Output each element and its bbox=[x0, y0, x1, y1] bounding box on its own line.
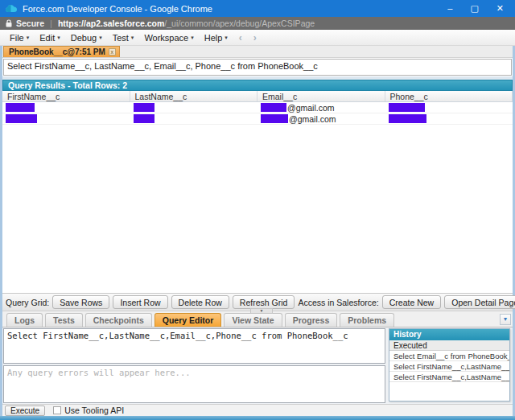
tab-problems[interactable]: Problems bbox=[340, 313, 394, 327]
panel-tabstrip: ▼ Logs Tests Checkpoints Query Editor Vi… bbox=[2, 311, 513, 327]
email-suffix: @gmail.com bbox=[289, 114, 336, 124]
save-rows-button[interactable]: Save Rows bbox=[52, 295, 109, 309]
results-column-headers: FirstName__c LastName__c Email__c Phone_… bbox=[2, 91, 513, 102]
menu-workspace-label: Workspace bbox=[144, 33, 188, 43]
query-editor-input[interactable]: Select FirstName__c,LastName__c,Email__c… bbox=[3, 328, 385, 364]
nav-back-icon[interactable]: ‹ bbox=[233, 32, 248, 43]
use-tooling-api-checkbox[interactable] bbox=[53, 406, 61, 414]
column-header-email[interactable]: Email__c bbox=[258, 91, 385, 101]
cell-lastname bbox=[130, 103, 258, 112]
window-title: Force.com Developer Console - Google Chr… bbox=[23, 4, 212, 14]
cell-phone bbox=[385, 103, 513, 112]
delete-row-button[interactable]: Delete Row bbox=[171, 295, 229, 309]
history-status: Executed bbox=[389, 340, 509, 351]
history-item[interactable]: Select Email__c from PhoneBook__c bbox=[389, 351, 509, 361]
maximize-button[interactable]: ▢ bbox=[470, 4, 478, 13]
url-path: /_ui/common/apex/debug/ApexCSIPage bbox=[164, 19, 315, 28]
query-editor-pane: Select FirstName__c,LastName__c,Email__c… bbox=[2, 327, 387, 404]
use-tooling-api-label: Use Tooling API bbox=[64, 406, 124, 415]
cell-lastname bbox=[130, 114, 258, 123]
open-detail-page-button[interactable]: Open Detail Page bbox=[444, 295, 515, 309]
history-pane: History Executed Select Email__c from Ph… bbox=[387, 327, 513, 404]
execute-footer: Execute Use Tooling API bbox=[2, 404, 513, 416]
redacted-value bbox=[134, 114, 154, 123]
workspace-tabstrip: PhoneBook__c@7:51 PM x bbox=[2, 46, 513, 58]
chevron-down-icon: ▾ bbox=[27, 35, 30, 41]
table-row[interactable]: @gmail.com bbox=[2, 113, 513, 125]
menu-help[interactable]: Help▾ bbox=[200, 31, 233, 44]
history-title: History bbox=[389, 329, 509, 340]
chevron-down-icon: ▾ bbox=[191, 35, 194, 41]
tab-logs[interactable]: Logs bbox=[6, 313, 43, 327]
access-in-salesforce-group: Access in Salesforce: Create New Open De… bbox=[298, 295, 515, 309]
redacted-value bbox=[389, 114, 426, 123]
tab-phonebook-label: PhoneBook__c@7:51 PM bbox=[9, 47, 105, 56]
console-body: PhoneBook__c@7:51 PM x Select FirstName_… bbox=[0, 46, 515, 416]
executed-query-text: Select FirstName__c, LastName__c, Email_… bbox=[3, 59, 512, 76]
close-button[interactable]: ✕ bbox=[496, 4, 504, 13]
menu-debug-label: Debug bbox=[71, 33, 97, 43]
create-new-button[interactable]: Create New bbox=[382, 295, 441, 309]
column-header-phone[interactable]: Phone__c bbox=[385, 91, 513, 101]
chevron-down-icon: ▾ bbox=[225, 35, 228, 41]
redacted-value bbox=[261, 103, 286, 112]
query-grid-label: Query Grid: bbox=[6, 298, 49, 307]
lock-icon bbox=[6, 19, 12, 27]
menu-workspace[interactable]: Workspace▾ bbox=[139, 31, 199, 44]
query-editor-panel: Select FirstName__c,LastName__c,Email__c… bbox=[2, 327, 513, 404]
window-controls: – ▢ ✕ bbox=[447, 4, 510, 13]
cell-phone bbox=[385, 114, 513, 123]
history-item[interactable]: Select FirstName__c,LastName__c,Email__c… bbox=[389, 372, 509, 382]
menu-debug[interactable]: Debug▾ bbox=[66, 31, 108, 44]
menu-file[interactable]: File▾ bbox=[5, 31, 35, 44]
menu-edit[interactable]: Edit▾ bbox=[35, 31, 65, 44]
title-bar: Force.com Developer Console - Google Chr… bbox=[0, 0, 515, 17]
access-in-salesforce-label: Access in Salesforce: bbox=[298, 298, 378, 307]
cell-firstname bbox=[2, 103, 130, 112]
chevron-down-icon: ▾ bbox=[99, 35, 102, 41]
chevron-down-icon: ▾ bbox=[131, 35, 134, 41]
refresh-grid-button[interactable]: Refresh Grid bbox=[233, 295, 295, 309]
results-empty-area bbox=[2, 125, 513, 293]
browser-window: Force.com Developer Console - Google Chr… bbox=[0, 0, 515, 420]
query-errors-area: Any query errors will appear here... bbox=[3, 365, 385, 403]
window-bottom-border bbox=[0, 416, 515, 420]
tab-close-icon[interactable]: x bbox=[109, 48, 116, 56]
history-panel: History Executed Select Email__c from Ph… bbox=[389, 328, 510, 401]
menu-test-label: Test bbox=[113, 33, 129, 43]
table-row[interactable]: @gmail.com bbox=[2, 102, 513, 113]
url-bar[interactable]: Secure | https://ap2.salesforce.com/_ui/… bbox=[0, 17, 515, 30]
chevron-down-icon: ▾ bbox=[57, 35, 60, 41]
tab-tests[interactable]: Tests bbox=[45, 313, 83, 327]
redacted-value bbox=[389, 103, 425, 112]
redacted-value bbox=[6, 103, 35, 112]
redacted-value bbox=[261, 114, 288, 123]
column-header-firstname[interactable]: FirstName__c bbox=[2, 91, 130, 101]
minimize-button[interactable]: – bbox=[447, 4, 452, 13]
history-item[interactable]: Select FirstName__c,LastName__c,Email__c… bbox=[389, 361, 509, 372]
tab-query-editor[interactable]: Query Editor bbox=[154, 313, 222, 327]
cell-email: @gmail.com bbox=[258, 114, 385, 124]
cell-firstname bbox=[2, 114, 130, 123]
cell-email: @gmail.com bbox=[258, 103, 385, 113]
menu-bar: File▾ Edit▾ Debug▾ Test▾ Workspace▾ Help… bbox=[0, 30, 515, 46]
panel-splitter-handle[interactable]: ▼ bbox=[250, 308, 273, 314]
email-suffix: @gmail.com bbox=[287, 103, 335, 113]
url-domain: https://ap2.salesforce.com bbox=[58, 19, 164, 28]
tab-checkpoints[interactable]: Checkpoints bbox=[85, 313, 152, 327]
insert-row-button[interactable]: Insert Row bbox=[113, 295, 167, 309]
column-header-lastname[interactable]: LastName__c bbox=[130, 91, 258, 101]
panel-collapse-icon[interactable]: ▾ bbox=[500, 314, 511, 325]
query-results-header: Query Results - Total Rows: 2 bbox=[2, 80, 513, 91]
url-separator: | bbox=[50, 19, 52, 28]
secure-label: Secure bbox=[16, 19, 44, 28]
menu-help-label: Help bbox=[204, 33, 223, 43]
forcecom-cloud-icon bbox=[5, 4, 18, 13]
redacted-value bbox=[134, 103, 154, 112]
nav-forward-icon[interactable]: › bbox=[248, 32, 262, 43]
tab-phonebook[interactable]: PhoneBook__c@7:51 PM x bbox=[3, 46, 120, 57]
menu-test[interactable]: Test▾ bbox=[108, 31, 140, 44]
execute-button[interactable]: Execute bbox=[5, 406, 45, 416]
tab-view-state[interactable]: View State bbox=[224, 313, 282, 327]
tab-progress[interactable]: Progress bbox=[285, 313, 338, 327]
